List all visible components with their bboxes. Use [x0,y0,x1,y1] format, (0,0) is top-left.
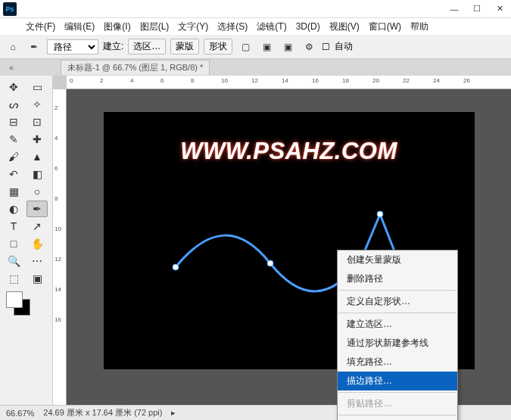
ctx-separator [338,313,456,313]
blur-tool[interactable]: ○ [26,183,48,200]
horizontal-ruler[interactable]: 02468101214161820222426 [67,76,511,89]
hand-tool[interactable]: ✋ [26,235,48,252]
ctx-free-transform[interactable]: 自由变换点 [338,417,457,420]
menu-select[interactable]: 选择(S) [213,20,252,33]
menu-file[interactable]: 文件(F) [21,20,60,33]
options-bar: ⌂ ✒ 路径 建立: 选区… 蒙版 形状 ▢ ▣ ▣ ⚙ ☐ 自动 [0,35,511,59]
menu-3d[interactable]: 3D(D) [291,21,325,32]
clone-stamp-tool[interactable]: ▲ [26,148,48,165]
gradient-tool[interactable]: ▦ [3,183,24,200]
ctx-delete-path[interactable]: 删除路径 [338,269,457,288]
foreground-color[interactable] [6,291,23,308]
svg-point-3 [267,260,273,266]
marquee-tool[interactable]: ᔕ [3,96,24,113]
path-selection-tool[interactable]: ↗ [26,218,48,235]
ctx-fill-path[interactable]: 填充路径… [338,353,457,372]
history-brush-tool[interactable]: ↶ [3,166,24,182]
menu-window[interactable]: 窗口(W) [364,20,406,33]
dimensions-readout: 24.69 厘米 x 17.64 厘米 (72 ppi) [43,407,162,418]
window-controls: — ☐ ✕ [443,0,511,18]
zoom-readout[interactable]: 66.67% [6,409,34,418]
edit-toolbar[interactable]: ⋯ [26,253,48,269]
spot-heal-tool[interactable]: ✚ [26,131,48,148]
eyedropper-tool[interactable]: ✎ [3,131,24,148]
auto-checkbox[interactable]: ☐ [322,42,330,52]
menu-edit[interactable]: 编辑(E) [60,20,99,33]
minimize-button[interactable]: — [443,0,466,18]
quick-mask-tool[interactable]: ▣ [26,270,48,287]
maximize-button[interactable]: ☐ [466,0,488,18]
svg-point-2 [173,264,179,270]
make-selection-button[interactable]: 选区… [128,39,166,54]
path-arrangement-icon[interactable]: ▣ [279,39,296,55]
menu-layer[interactable]: 图层(L) [136,20,174,33]
make-shape-button[interactable]: 形状 [204,39,232,54]
status-arrow-icon[interactable]: ▸ [171,408,176,418]
close-button[interactable]: ✕ [488,0,511,18]
lasso-tool[interactable]: ✧ [26,96,48,113]
zoom-tool[interactable]: 🔍 [3,253,24,269]
document-tab[interactable]: 未标题-1 @ 66.7% (图层 1, RGB/8) * [61,60,210,75]
menu-filter[interactable]: 滤镜(T) [252,20,291,33]
ctx-separator [338,290,456,291]
frame-tool[interactable]: ⊡ [26,114,48,130]
crop-tool[interactable]: ⊟ [3,114,24,130]
brush-tool[interactable]: 🖌 [3,148,24,165]
ctx-make-selection[interactable]: 建立选区… [338,315,457,334]
titlebar: Ps — ☐ ✕ [0,0,511,18]
menu-help[interactable]: 帮助 [406,20,433,33]
path-operations-icon[interactable]: ▢ [237,39,254,55]
menu-image[interactable]: 图像(I) [99,20,135,33]
gear-icon[interactable]: ⚙ [301,39,317,55]
document-tab-row: « 未标题-1 @ 66.7% (图层 1, RGB/8) * [0,59,511,76]
artboard-tool[interactable]: ▭ [26,79,48,95]
make-mask-button[interactable]: 蒙版 [170,39,199,54]
toolbox: ✥ ▭ ᔕ ✧ ⊟ ⊡ ✎ ✚ 🖌 ▲ ↶ ◧ ▦ ○ ◐ ✒ T ↗ □ ✋ … [0,76,53,405]
eraser-tool[interactable]: ◧ [26,166,48,182]
svg-point-5 [377,211,383,217]
create-label: 建立: [103,40,123,53]
vertical-ruler[interactable]: 246810121416 [53,89,67,405]
menubar: 文件(F) 编辑(E) 图像(I) 图层(L) 文字(Y) 选择(S) 滤镜(T… [0,18,511,35]
ctx-separator [338,392,456,393]
menu-type[interactable]: 文字(Y) [173,20,213,33]
foreground-toggle[interactable]: ⬚ [3,270,24,287]
ctx-clip-path: 剪贴路径… [338,394,457,413]
path-mode-select[interactable]: 路径 [47,39,98,54]
ctx-new-guide[interactable]: 通过形状新建参考线 [338,334,457,353]
home-icon[interactable]: ⌂ [5,39,21,55]
ctx-stroke-path[interactable]: 描边路径… [338,372,457,390]
auto-label: 自动 [335,40,353,53]
collapse-panels-icon[interactable]: « [6,59,17,76]
ctx-separator [338,415,456,415]
context-menu: 创建矢量蒙版 删除路径 定义自定形状… 建立选区… 通过形状新建参考线 填充路径… [337,250,458,420]
ctx-define-shape[interactable]: 定义自定形状… [338,292,457,311]
menu-view[interactable]: 视图(V) [325,20,364,33]
rectangle-tool[interactable]: □ [3,235,24,252]
color-swatches[interactable] [3,291,49,319]
pen-tool[interactable]: ✒ [26,201,48,217]
dodge-tool[interactable]: ◐ [3,201,24,217]
pen-tool-preset-icon[interactable]: ✒ [26,39,42,55]
path-alignment-icon[interactable]: ▣ [258,39,275,55]
move-tool[interactable]: ✥ [3,79,24,95]
type-tool[interactable]: T [3,218,24,235]
app-logo: Ps [3,2,17,16]
ctx-create-vector-mask[interactable]: 创建矢量蒙版 [338,250,457,269]
